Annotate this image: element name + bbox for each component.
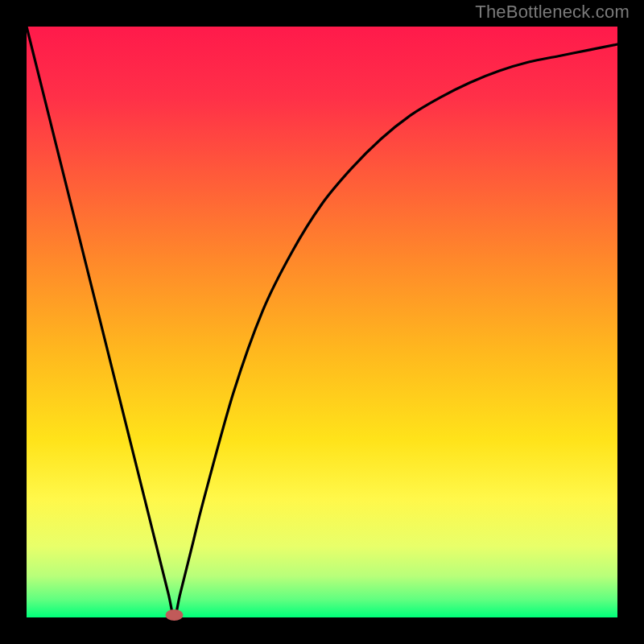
chart-frame: TheBottleneck.com (0, 0, 644, 644)
chart-svg (0, 0, 644, 644)
minimum-marker (166, 609, 184, 621)
plot-background (27, 27, 617, 617)
watermark-text: TheBottleneck.com (475, 2, 630, 23)
